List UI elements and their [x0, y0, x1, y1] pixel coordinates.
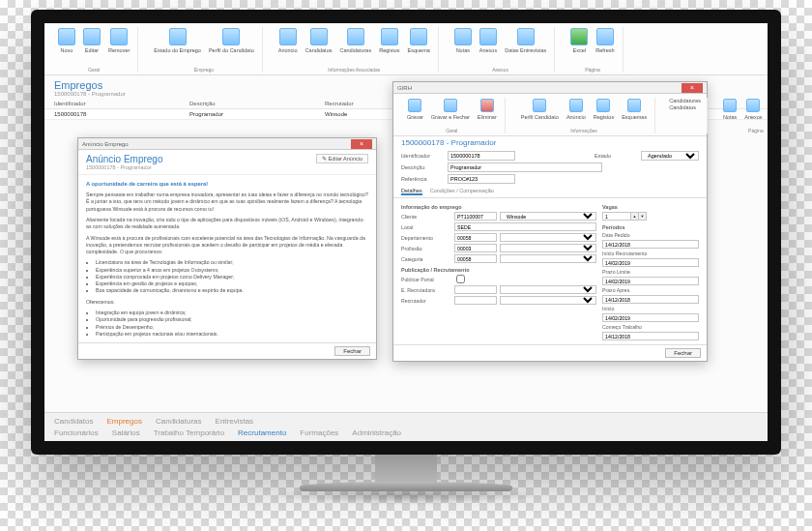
tab-detalhes[interactable]: Detalhes: [401, 188, 422, 195]
tab-entrevistas[interactable]: Entrevistas: [216, 417, 254, 426]
vagas-label: Vagas: [602, 204, 699, 210]
list-item: Boa capacidade de comunicação, dinamismo…: [96, 287, 368, 294]
prazo-limite-input[interactable]: [602, 277, 699, 285]
list-item: Participação em projetos nacionais e/ou …: [96, 331, 368, 338]
ribbon-notas-button[interactable]: Notas: [452, 27, 474, 54]
publicar-checkbox[interactable]: [454, 275, 467, 283]
detalhes-titlebar[interactable]: GIRH ×: [393, 82, 707, 94]
list-item: Oportunidade para progressão profissiona…: [96, 316, 368, 323]
profissao-select[interactable]: [500, 244, 596, 252]
descricao-input[interactable]: [448, 162, 602, 172]
ribbon-perfil-button[interactable]: Perfil do Candidato: [207, 27, 256, 54]
cell-id: 1500000178: [54, 111, 131, 117]
ribbon-anexos-button[interactable]: Anexos: [478, 27, 499, 54]
ribbon-candidaturas-button[interactable]: Candidaturas: [337, 27, 373, 54]
anuncio-para: Sempre pensaste em trabalhar numa empres…: [86, 192, 368, 213]
tab-condicoes[interactable]: Condições / Compensação: [430, 188, 494, 195]
ribbon-excel-button[interactable]: Excel: [568, 27, 590, 54]
main-ribbon: Novo Editar Remover Geral Estado do Empr…: [44, 23, 768, 75]
records-icon: [381, 28, 398, 45]
local-input[interactable]: [454, 222, 596, 231]
ribbon-group-label: Geral: [88, 67, 100, 73]
recrutador-label: Recrutador: [401, 298, 451, 304]
tab-recrutamento[interactable]: Recrutamento: [238, 428, 286, 437]
records-icon: [596, 99, 610, 112]
recrutador-select[interactable]: [500, 296, 596, 305]
registos-button[interactable]: Registos: [592, 98, 616, 121]
inicio-rec-label: Início Recrutamento: [602, 251, 652, 256]
perfil-button[interactable]: Perfil Candidato: [519, 98, 561, 121]
identificador-label: Identificador: [401, 153, 444, 159]
tab-candidatos[interactable]: Candidatos: [54, 417, 93, 426]
tab-empregos[interactable]: Empregos: [106, 417, 141, 426]
vagas-input[interactable]: [602, 212, 631, 221]
ribbon-editar-button[interactable]: Editar: [81, 27, 102, 54]
chevron-down-icon[interactable]: ▼: [639, 212, 647, 221]
vagas-stepper[interactable]: ▲ ▼: [602, 212, 647, 221]
close-button[interactable]: ×: [351, 139, 372, 149]
gravar-fechar-button[interactable]: Gravar e Fechar: [429, 98, 472, 121]
schema-icon: [627, 99, 641, 112]
tab-candidaturas[interactable]: Candidaturas: [156, 417, 202, 426]
data-pedido-input[interactable]: [602, 240, 699, 249]
inicio-input[interactable]: [602, 313, 699, 322]
detalhes-window: GIRH × Gravar Gravar e Fechar Eliminar G…: [392, 81, 708, 362]
data-pedido-label: Data Pedido: [602, 232, 652, 238]
comeco-input[interactable]: [602, 332, 699, 340]
chevron-up-icon[interactable]: ▲: [631, 212, 639, 221]
ribbon-refresh-button[interactable]: Refresh: [594, 27, 616, 54]
gravar-button[interactable]: Gravar: [405, 98, 425, 121]
publicar-label: Publicar Portal: [401, 277, 451, 282]
list-item: Experiência comprovada em projetos como …: [96, 274, 368, 280]
ribbon-estado-button[interactable]: Estado do Emprego: [152, 27, 203, 54]
profissao-input[interactable]: [454, 244, 497, 252]
ribbon-remover-button[interactable]: Remover: [106, 27, 131, 54]
notas-button[interactable]: Notas: [721, 98, 739, 121]
ribbon-group-label: Página: [748, 128, 764, 133]
ribbon-datas-button[interactable]: Datas Entrevistas: [503, 27, 548, 54]
prazo-apres-input[interactable]: [602, 295, 699, 304]
referencia-input[interactable]: [448, 174, 515, 184]
esquemas-button[interactable]: Esquemas: [620, 98, 649, 121]
edit-anuncio-button[interactable]: ✎ Editar Anúncio: [316, 154, 368, 163]
eliminar-button[interactable]: Eliminar: [476, 98, 499, 121]
col-header[interactable]: Descrição: [189, 101, 267, 106]
inicio-rec-input[interactable]: [602, 258, 699, 267]
fechar-button[interactable]: Fechar: [334, 346, 370, 356]
ribbon-anuncio-button[interactable]: Anúncio: [276, 27, 300, 54]
candidatos-link[interactable]: Candidatos: [669, 104, 701, 110]
tab-trabtemp[interactable]: Trabalho Temporário: [154, 428, 224, 437]
ribbon-registos-button[interactable]: Registos: [377, 27, 401, 54]
cliente-code-input[interactable]: [454, 212, 497, 221]
anuncio-subtitle: 1500000178 - Programador: [86, 164, 163, 170]
candidaturas-link[interactable]: Candidaturas: [669, 98, 701, 103]
applications-icon: [347, 28, 364, 45]
anexos-button[interactable]: Anexos: [742, 98, 764, 121]
tab-formacoes[interactable]: Formações: [300, 428, 338, 437]
referencia-label: Referência: [401, 176, 444, 182]
recrutador-input[interactable]: [454, 296, 497, 305]
ribbon-novo-button[interactable]: Novo: [56, 27, 77, 54]
cliente-name-select[interactable]: Winsode: [500, 212, 596, 221]
col-header[interactable]: Recrutador: [325, 101, 402, 106]
ribbon-esquema-button[interactable]: Esquema: [406, 27, 432, 54]
anuncio-button[interactable]: Anúncio: [565, 98, 588, 121]
categoria-input[interactable]: [454, 254, 497, 263]
anuncio-titlebar[interactable]: Anúncio Emprego ×: [78, 138, 376, 150]
categoria-select[interactable]: [500, 254, 596, 263]
recrutadora-input[interactable]: [454, 285, 497, 294]
tab-funcionarios[interactable]: Funcionários: [54, 428, 99, 437]
recrutadora-select[interactable]: [500, 285, 596, 294]
ribbon-candidatos-button[interactable]: Candidatos: [304, 27, 334, 54]
tab-salarios[interactable]: Salários: [112, 428, 140, 437]
col-header[interactable]: Identificador: [54, 101, 131, 106]
tab-admin[interactable]: Administração: [352, 428, 401, 437]
close-button[interactable]: ×: [682, 83, 703, 93]
estado-select[interactable]: Agendado: [641, 151, 699, 161]
departamento-select[interactable]: [500, 233, 596, 242]
list-item: Licenciatura na área de Tecnologias de I…: [96, 259, 368, 266]
identificador-input[interactable]: [448, 151, 515, 161]
departamento-input[interactable]: [454, 233, 497, 242]
ribbon-group-label: Geral: [446, 128, 457, 133]
fechar-button[interactable]: Fechar: [665, 348, 701, 358]
